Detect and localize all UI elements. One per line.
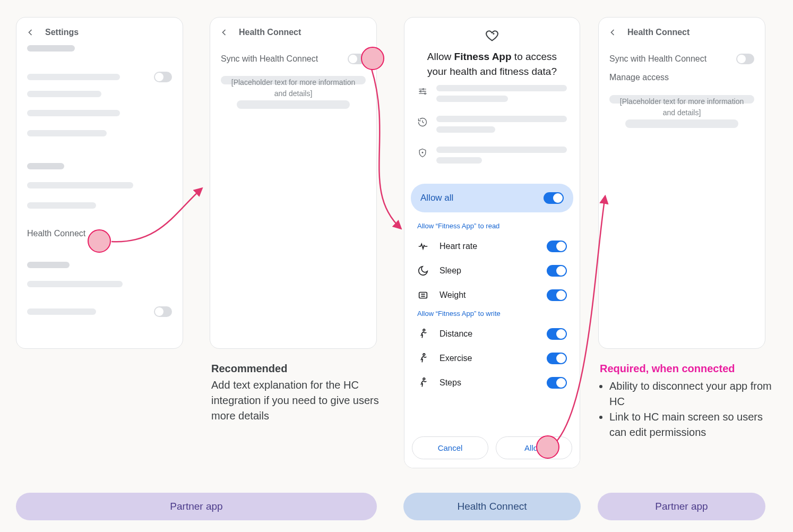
caption-required: Required, when connected Ability to disc… (600, 361, 780, 440)
toggle[interactable] (547, 265, 567, 277)
toggle[interactable] (547, 353, 567, 364)
pill-health-connect: Health Connect (403, 493, 581, 520)
screen-permission-dialog: Allow Fitness App to access your health … (404, 17, 580, 468)
history-icon (417, 117, 428, 127)
allow-button[interactable]: Allow (496, 436, 572, 459)
heart-rate-icon (417, 241, 429, 252)
info-row (417, 116, 567, 137)
svg-point-8 (423, 378, 425, 380)
touch-indicator (361, 47, 384, 70)
svg-point-6 (423, 329, 425, 331)
cancel-button[interactable]: Cancel (412, 436, 488, 459)
back-icon[interactable] (219, 27, 229, 38)
toggle[interactable] (547, 241, 567, 252)
svg-point-7 (423, 354, 425, 356)
perm-steps[interactable]: Steps (404, 371, 580, 395)
svg-point-0 (493, 33, 494, 35)
weight-icon (417, 289, 429, 301)
svg-point-2 (420, 91, 421, 92)
sleep-icon (417, 265, 429, 277)
allow-all-row[interactable]: Allow all (411, 184, 573, 212)
perm-heart-rate[interactable]: Heart rate (404, 234, 580, 259)
exercise-icon (417, 353, 429, 364)
page-title: Health Connect (627, 28, 689, 37)
placeholder-text: [Placeholder text for more information a… (221, 77, 366, 99)
read-section-label: Allow “Fitness App” to read (404, 220, 580, 234)
svg-rect-5 (419, 293, 427, 298)
info-row (417, 85, 567, 106)
manage-access-row[interactable]: Manage access (609, 73, 754, 82)
svg-point-3 (425, 93, 426, 95)
steps-icon (417, 377, 429, 389)
screen-settings: Settings Health Connect (16, 17, 183, 349)
dialog-title: Allow Fitness App to access your health … (417, 49, 567, 79)
allow-all-toggle[interactable] (544, 192, 564, 204)
toggle[interactable] (547, 328, 567, 340)
svg-point-1 (423, 89, 424, 90)
sliders-icon (417, 86, 428, 97)
toggle[interactable] (547, 289, 567, 301)
caption-recommended: Recommended Add text explanation for the… (211, 361, 381, 424)
pill-partner-app-2: Partner app (598, 493, 765, 520)
screen-sync-on: Health Connect Sync with Health Connect … (598, 17, 765, 349)
running-icon (417, 328, 429, 340)
page-title: Settings (45, 28, 79, 37)
sync-label: Sync with Health Connect (609, 54, 706, 64)
perm-distance[interactable]: Distance (404, 322, 580, 346)
allow-all-label: Allow all (420, 193, 453, 203)
toggle[interactable] (547, 377, 567, 389)
touch-indicator (536, 435, 559, 459)
perm-weight[interactable]: Weight (404, 283, 580, 307)
shield-icon (417, 148, 428, 158)
toggle[interactable] (154, 72, 172, 82)
health-connect-icon (485, 28, 499, 43)
touch-indicator (88, 229, 111, 253)
toggle[interactable] (154, 306, 172, 317)
perm-sleep[interactable]: Sleep (404, 259, 580, 283)
back-icon[interactable] (25, 27, 36, 38)
pill-partner-app: Partner app (16, 493, 377, 520)
placeholder-text: [Placeholder text for more information a… (609, 96, 754, 118)
perm-exercise[interactable]: Exercise (404, 346, 580, 371)
screen-sync-off: Health Connect Sync with Health Connect … (210, 17, 377, 349)
back-icon[interactable] (607, 27, 618, 38)
info-row (417, 147, 567, 168)
page-title: Health Connect (239, 28, 301, 37)
svg-point-4 (422, 152, 423, 153)
sync-label: Sync with Health Connect (221, 54, 318, 64)
sync-toggle[interactable] (736, 54, 754, 64)
write-section-label: Allow “Fitness App” to write (404, 307, 580, 322)
